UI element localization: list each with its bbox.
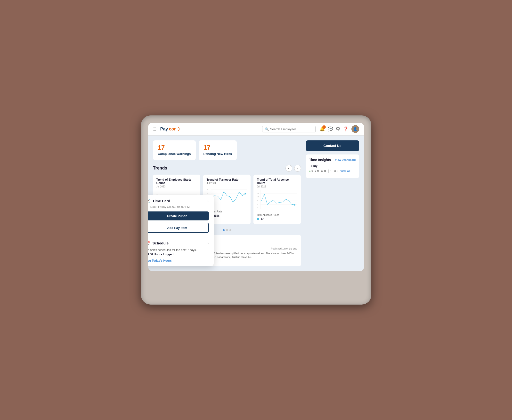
stat-green-dot: ● xyxy=(309,170,311,172)
logo-accent: cor xyxy=(169,127,176,132)
pagination-dot-3[interactable] xyxy=(229,229,231,231)
schedule-calendar-icon: 📅 xyxy=(148,241,151,245)
stat-green-value: 0 xyxy=(311,170,313,172)
contact-us-button[interactable]: Contact Us xyxy=(306,140,359,151)
time-card-title-row: 🕐 Time Card xyxy=(148,199,170,203)
create-punch-button[interactable]: Create Punch xyxy=(148,211,209,220)
compliance-warnings-label: Compliance Warnings xyxy=(158,152,191,156)
chat-icon-button[interactable]: 💬 xyxy=(328,126,333,132)
chart-title-3: Trend of Total Absence Hours xyxy=(257,178,297,185)
hamburger-icon[interactable]: ☰ xyxy=(153,127,156,131)
stat-grid-value: 0 xyxy=(337,170,338,172)
chart-subtitle-3: Jul 2023 xyxy=(257,185,297,188)
time-today-label: Today xyxy=(309,164,356,168)
stat-gray-dot-1: ● xyxy=(315,170,317,172)
search-bar[interactable]: 🔍 xyxy=(262,126,316,132)
time-stat-pause: ║ 1 xyxy=(328,170,332,172)
compliance-warnings-number: 17 xyxy=(158,144,191,151)
chart-subtitle-1: Jul 2023 xyxy=(156,185,197,188)
schedule-header[interactable]: 📅 Schedule › xyxy=(148,241,209,245)
stat-pause-value: 1 xyxy=(330,170,332,172)
svg-text:40: 40 xyxy=(257,203,258,205)
trends-title: Trends xyxy=(153,166,167,171)
time-card-clock-icon: 🕐 xyxy=(148,199,151,203)
view-all-link[interactable]: View All xyxy=(340,170,350,172)
svg-text:140: 140 xyxy=(257,192,259,194)
chart-title-2: Trend of Turnover Rate xyxy=(207,178,247,181)
right-panel: Contact Us Time Insights View Dashboard … xyxy=(306,140,359,266)
pending-new-hires-label: Pending New Hires xyxy=(203,152,232,156)
view-dashboard-link[interactable]: View Dashboard xyxy=(335,158,356,161)
log-hours-link[interactable]: Log Today's Hours xyxy=(148,259,209,262)
time-card-arrow-icon: › xyxy=(208,199,209,203)
time-card-date: Date, Friday Oct 03, 06:00 PM xyxy=(148,205,209,209)
time-insights-title: Time Insights xyxy=(309,158,331,162)
stat-filter-value: 0 xyxy=(324,170,326,172)
chart-area-3: 140 120 80 40 0 xyxy=(257,190,297,212)
svg-point-31 xyxy=(244,193,246,194)
svg-text:80: 80 xyxy=(257,200,258,201)
search-icon: 🔍 xyxy=(265,127,269,131)
chart-legend-label-3: Total Absence Hours xyxy=(257,214,297,216)
header-icons: 🔔 1 💬 🗨 ❓ 👤 xyxy=(319,125,359,133)
notification-bell-button[interactable]: 🔔 1 xyxy=(319,126,325,132)
logo-checkmark-icon xyxy=(177,127,179,131)
schedule-title: Schedule xyxy=(153,241,169,245)
chart-subtitle-2: Jul 2023 xyxy=(207,182,247,185)
trends-nav: ‹ › xyxy=(285,165,301,172)
compliance-warnings-card[interactable]: 17 Compliance Warnings xyxy=(153,140,196,160)
svg-text:6%: 6% xyxy=(207,192,208,194)
avatar[interactable]: 👤 xyxy=(351,125,359,133)
trends-header: Trends ‹ › xyxy=(153,165,301,172)
time-card-title: Time Card xyxy=(153,199,170,203)
pagination-dot-1[interactable] xyxy=(223,229,225,231)
pending-new-hires-number: 17 xyxy=(203,144,232,151)
svg-text:120: 120 xyxy=(257,196,259,198)
time-stat-grid: ▦ 0 xyxy=(334,169,338,172)
svg-point-43 xyxy=(294,204,295,206)
summary-cards: 17 Compliance Warnings 17 Pending New Hi… xyxy=(153,140,301,160)
stat-grid-icon: ▦ xyxy=(334,169,336,172)
hours-logged: 40.00 Hours Logged xyxy=(148,253,174,256)
svg-text:0: 0 xyxy=(257,207,258,209)
app-header: ☰ Paycor 🔍 🔔 1 💬 🗨 ❓ 👤 xyxy=(148,123,364,136)
stat-filter-icon: ⚙ xyxy=(321,169,324,173)
schedule-title-row: 📅 Schedule xyxy=(148,241,169,245)
schedule-info: No shifts scheduled for the next 7 days.… xyxy=(148,248,209,257)
absence-hours-chart-card: Trend of Total Absence Hours Jul 2023 xyxy=(253,175,301,224)
schedule-arrow-icon: › xyxy=(208,241,209,245)
logo-text: Pay xyxy=(160,127,168,132)
svg-text:7%: 7% xyxy=(207,188,208,190)
help-icon-button[interactable]: ❓ xyxy=(343,126,349,132)
notification-badge: 1 xyxy=(322,125,326,129)
schedule-section: 📅 Schedule › No shifts scheduled for the… xyxy=(148,237,214,266)
pagination-dot-2[interactable] xyxy=(226,229,228,231)
time-insights-card: Time Insights View Dashboard Today ● 0 ●… xyxy=(306,154,359,178)
logo: Paycor xyxy=(160,127,179,132)
chart-legend-value-3: 46 xyxy=(257,217,297,221)
time-stat-gray-1: ● 9 xyxy=(315,170,319,172)
time-stats-row: ● 0 ● 9 ⚙ 0 ║ 1 xyxy=(309,169,356,173)
stat-gray-value-1: 9 xyxy=(317,170,319,172)
trends-next-button[interactable]: › xyxy=(294,165,301,172)
add-pay-item-button[interactable]: Add Pay Item xyxy=(148,223,209,233)
time-insights-header: Time Insights View Dashboard xyxy=(309,158,356,162)
pending-new-hires-card[interactable]: 17 Pending New Hires xyxy=(199,140,237,160)
floating-card: 🕐 Time Card › Date, Friday Oct 03, 06:00… xyxy=(148,195,214,266)
time-stat-green: ● 0 xyxy=(309,170,313,172)
news-timestamp: Published 1 months ago xyxy=(271,247,297,251)
time-card-header[interactable]: 🕐 Time Card › xyxy=(148,199,209,203)
chart-title-1: Trend of Employee Starts Count xyxy=(156,178,197,185)
search-input[interactable] xyxy=(270,127,313,131)
trends-prev-button[interactable]: ‹ xyxy=(285,165,292,172)
stat-pause-icon: ║ xyxy=(328,170,330,172)
message-icon-button[interactable]: 🗨 xyxy=(336,127,340,132)
legend-dot-3 xyxy=(257,218,259,220)
time-stat-filter: ⚙ 0 xyxy=(321,169,326,173)
time-card-section: 🕐 Time Card › Date, Friday Oct 03, 06:00… xyxy=(148,195,214,237)
